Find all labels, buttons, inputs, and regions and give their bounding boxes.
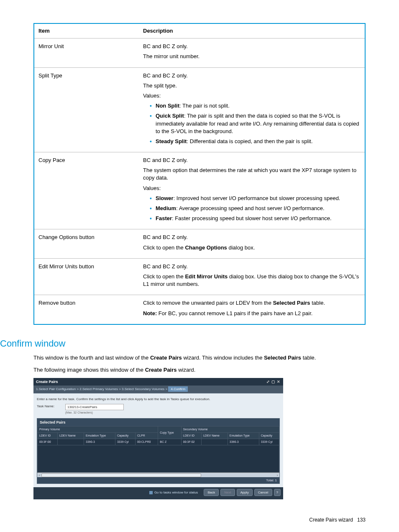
apply-button[interactable]: Apply (237, 489, 253, 496)
help-button[interactable]: ? (274, 489, 281, 496)
cell (201, 439, 228, 445)
table-row: Change Options button BC and BC Z only. … (34, 229, 365, 258)
desc-line: BC and BC Z only. (143, 234, 361, 241)
desc-bullets: Non Split: The pair is not split. Quick … (143, 102, 361, 145)
scroll-thumb[interactable] (41, 473, 201, 477)
desc-line: BC and BC Z only. (143, 157, 361, 164)
item-cell: Mirror Unit (34, 39, 139, 67)
desc-line: Click to remove the unwanted pairs or LD… (143, 299, 361, 307)
window-titlebar: Create Pairs ⤢ ▢ ✕ (33, 378, 283, 386)
table-row: Split Type BC and BC Z only. The split t… (34, 67, 365, 152)
restore-icon[interactable]: ▢ (271, 379, 275, 385)
cell: 3390-3 (228, 439, 259, 445)
task-name-label: Task Name: (37, 404, 62, 409)
cancel-button[interactable]: Cancel (254, 489, 272, 496)
grid-group-header: Primary Volume Copy Type Secondary Volum… (38, 427, 279, 433)
description-cell: BC and BC Z only. Click to open the Chan… (139, 229, 365, 258)
close-icon[interactable]: ✕ (276, 379, 281, 385)
desc-line: Note: For BC, you cannot remove L1 pairs… (143, 310, 361, 317)
task-name-input[interactable]: 130213-CreatePairs (65, 404, 124, 410)
scroll-left-icon[interactable]: ‹ (37, 473, 41, 477)
breadcrumb-step-active: 4.Confirm (168, 386, 188, 392)
desc-line: The split type. (143, 82, 361, 90)
window-title: Create Pairs (36, 379, 58, 385)
cell: 00:3F:00 (38, 439, 58, 445)
header-item: Item (34, 23, 139, 39)
bullet-item: Non Split: The pair is not split. (150, 102, 361, 110)
wizard-footer: Go to tasks window for status Back Next … (33, 487, 283, 498)
breadcrumb-step[interactable]: 2.Select Primary Volumes (79, 387, 118, 391)
cell: 3339 Cyl (259, 439, 279, 445)
cell: 3390-3 (84, 439, 115, 445)
desc-bullets: Slower: Improved host server I/O perform… (143, 195, 361, 223)
cell: BC Z (158, 439, 182, 445)
col-header: CLPR (136, 433, 158, 439)
description-cell: BC and BC Z only. The split type. Values… (139, 67, 365, 152)
cell: 3339 Cyl (115, 439, 135, 445)
cell (58, 439, 84, 445)
checkbox-icon (149, 491, 153, 494)
table-row: Mirror Unit BC and BC Z only. The mirror… (34, 39, 365, 67)
grid-row-empty (38, 445, 279, 472)
wizard-breadcrumb: 1.Select Pair Configuration > 2.Select P… (33, 386, 283, 393)
desc-line: BC and BC Z only. (143, 72, 361, 80)
table-row: Remove button Click to remove the unwant… (34, 295, 365, 324)
cell: 00:CLPR0 (136, 439, 158, 445)
header-description: Description (139, 23, 365, 39)
description-cell: Click to remove the unwanted pairs or LD… (139, 295, 365, 324)
desc-line: Click to open the Change Options dialog … (143, 244, 361, 252)
horizontal-scrollbar[interactable]: ‹ › (37, 473, 279, 477)
desc-line: Values: (143, 185, 361, 192)
total-row: Total: 1 (37, 477, 279, 483)
instruction-text: Enter a name for the task. Confirm the s… (37, 397, 280, 401)
item-cell: Remove button (34, 295, 139, 324)
task-name-hint: (Max. 32 Characters) (65, 411, 124, 415)
page-number: 133 (357, 517, 366, 523)
bullet-item: Medium: Average processing speed and hos… (150, 205, 361, 212)
next-button: Next (220, 489, 235, 496)
desc-line: The system option that determines the ra… (143, 167, 361, 182)
panel-title: Selected Pairs (37, 419, 279, 427)
bullet-item: Slower: Improved host server I/O perform… (150, 195, 361, 202)
task-name-row: Task Name: 130213-CreatePairs (Max. 32 C… (37, 404, 280, 415)
breadcrumb-step[interactable]: 3.Select Secondary Volumes (122, 387, 164, 391)
col-header: Emulation Type (84, 433, 115, 439)
col-header: LDEV ID (38, 433, 58, 439)
footer-text: Create Pairs wizard (309, 517, 353, 523)
desc-line: Click to open the Edit Mirror Units dial… (143, 273, 361, 288)
bullet-item: Faster: Faster processing speed but slow… (150, 215, 361, 222)
item-cell: Edit Mirror Units button (34, 258, 139, 295)
description-cell: BC and BC Z only. Click to open the Edit… (139, 258, 365, 295)
bullet-item: Steady Split: Differential data is copie… (150, 138, 361, 145)
desc-line: BC and BC Z only. (143, 43, 361, 50)
document-page: Item Description Mirror Unit BC and BC Z… (0, 0, 399, 532)
selected-pairs-grid: Primary Volume Copy Type Secondary Volum… (37, 426, 279, 472)
checkbox-label: Go to tasks window for status (154, 490, 198, 495)
table-row: Edit Mirror Units button BC and BC Z onl… (34, 258, 365, 295)
page-footer: Create Pairs wizard 133 (309, 517, 366, 524)
table-header-row: Item Description (34, 23, 365, 39)
item-cell: Split Type (34, 67, 139, 152)
body-paragraph: The following image shows this window of… (33, 366, 366, 374)
grid-row[interactable]: 00:3F:00 3390-3 3339 Cyl 00:CLPR0 BC Z 0… (38, 439, 279, 445)
section-heading: Confirm window (0, 337, 366, 350)
description-cell: BC and BC Z only. The mirror unit number… (139, 39, 365, 67)
item-cell: Change Options button (34, 229, 139, 258)
back-button[interactable]: Back (204, 489, 219, 496)
wizard-body: Enter a name for the task. Confirm the s… (33, 393, 283, 487)
desc-line: BC and BC Z only. (143, 263, 361, 270)
table-row: Copy Pace BC and BC Z only. The system o… (34, 152, 365, 229)
selected-pairs-panel: Selected Pairs Primary Volume Copy Type … (37, 418, 280, 484)
body-paragraph: This window is the fourth and last windo… (33, 354, 366, 362)
col-header: LDEV Name (201, 433, 228, 439)
col-header: Emulation Type (228, 433, 259, 439)
go-to-tasks-checkbox[interactable]: Go to tasks window for status (149, 490, 198, 495)
fullscreen-icon[interactable]: ⤢ (266, 379, 270, 385)
item-cell: Copy Pace (34, 152, 139, 229)
scroll-right-icon[interactable]: › (275, 473, 279, 477)
col-header: Capacity (259, 433, 279, 439)
breadcrumb-step[interactable]: 1.Select Pair Configuration (36, 387, 76, 391)
group-secondary: Secondary Volume (181, 427, 279, 433)
col-header: Capacity (115, 433, 135, 439)
group-primary: Primary Volume (38, 427, 158, 433)
